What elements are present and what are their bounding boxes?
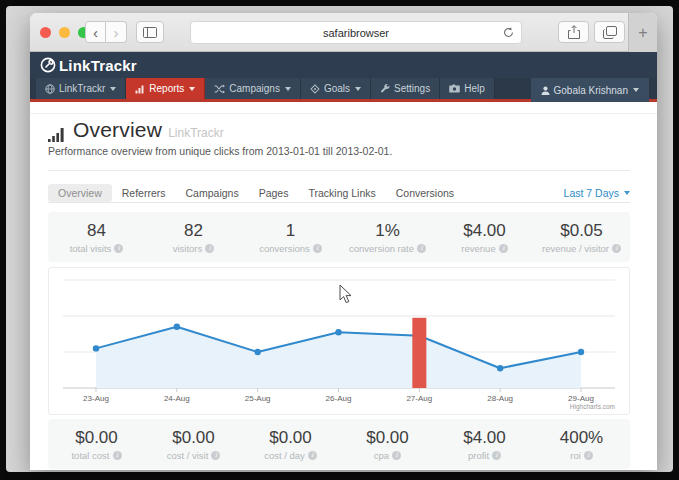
stat-label: profit [468, 450, 489, 461]
nav-item-help[interactable]: Help [440, 78, 495, 99]
close-button[interactable] [40, 27, 51, 38]
svg-text:29-Aug: 29-Aug [568, 394, 594, 403]
stat-value: 400% [560, 428, 603, 448]
nav-item-settings[interactable]: Settings [371, 78, 440, 99]
user-icon [541, 86, 550, 95]
page-subtitle: Performance overview from unique clicks … [48, 145, 392, 157]
stat-value: $0.05 [560, 221, 603, 241]
stat-label: total visits [70, 243, 112, 254]
stat-label: cpa [374, 450, 389, 461]
info-icon[interactable]: i [584, 451, 593, 460]
back-button[interactable]: ‹ [85, 21, 106, 43]
svg-text:26-Aug: 26-Aug [326, 394, 352, 403]
shuffle-icon [214, 84, 225, 94]
reload-icon[interactable] [502, 26, 515, 39]
report-tabs: Overview Referrers Campaigns Pages Track… [48, 183, 630, 203]
stat-revenue-per-visitor: $0.05 revenue / visitori [533, 212, 630, 262]
stat-value: 1 [286, 221, 295, 241]
new-tab-button[interactable]: + [628, 13, 657, 52]
stat-label: conversions [259, 243, 310, 254]
info-icon[interactable]: i [492, 451, 501, 460]
stat-label: cost / visit [167, 450, 209, 461]
tab-overview[interactable]: Overview [48, 184, 112, 202]
svg-text:27-Aug: 27-Aug [406, 394, 432, 403]
app-logo[interactable]: LinkTrackr [40, 57, 137, 74]
info-icon[interactable]: i [211, 451, 220, 460]
stat-value: 84 [87, 221, 106, 241]
stat-value: $0.00 [366, 428, 409, 448]
help-icon [449, 84, 460, 93]
stat-conversions: 1 conversionsi [242, 212, 339, 262]
sidebar-button[interactable] [136, 21, 164, 43]
tab-tracking-links[interactable]: Tracking Links [298, 184, 385, 202]
user-menu[interactable]: Gobala Krishnan [531, 78, 650, 102]
nav-item-linktrackr[interactable]: LinkTrackr [36, 78, 126, 99]
tab-referrers[interactable]: Referrers [112, 184, 176, 202]
url-text: safaribrowser [191, 27, 521, 39]
svg-text:25-Aug: 25-Aug [245, 394, 271, 403]
window-controls [40, 27, 89, 38]
back-icon: ‹ [93, 24, 98, 41]
stat-value: 82 [184, 221, 203, 241]
mouse-cursor [339, 284, 353, 304]
share-button[interactable] [558, 21, 589, 43]
tab-campaigns[interactable]: Campaigns [176, 184, 249, 202]
stat-total-visits: 84 total visitsi [48, 212, 145, 262]
nav-label: Settings [394, 83, 430, 94]
stat-cpa: $0.00 cpai [339, 419, 436, 469]
stat-label: visitors [173, 243, 203, 254]
nav-item-campaigns[interactable]: Campaigns [205, 78, 301, 99]
info-icon[interactable]: i [114, 244, 123, 253]
clicks-chart-card: 23-Aug24-Aug25-Aug26-Aug27-Aug28-Aug29-A… [48, 267, 630, 415]
stat-label: roi [570, 450, 581, 461]
info-icon[interactable]: i [417, 244, 426, 253]
nav-label: Reports [149, 83, 184, 94]
user-name: Gobala Krishnan [554, 85, 629, 96]
chevron-down-icon [624, 191, 630, 195]
screenshot-frame: ‹ › safaribrowser [0, 0, 679, 480]
info-icon[interactable]: i [392, 451, 401, 460]
main-nav: LinkTrackr Reports Campaigns [30, 78, 657, 102]
stat-value: 1% [375, 221, 400, 241]
stat-total-cost: $0.00 total costi [48, 419, 145, 469]
stat-label: revenue [461, 243, 495, 254]
chevron-down-icon [633, 88, 639, 92]
desktop-background: ‹ › safaribrowser [6, 6, 673, 472]
page-title-suffix: LinkTrackr [168, 126, 224, 140]
stat-value: $0.00 [269, 428, 312, 448]
bar-chart-icon [135, 84, 145, 94]
nav-label: LinkTrackr [59, 83, 105, 94]
goal-icon [310, 84, 320, 94]
tab-conversions[interactable]: Conversions [386, 184, 464, 202]
address-bar[interactable]: safaribrowser [190, 21, 522, 44]
nav-label: Help [464, 83, 485, 94]
stat-visitors: 82 visitorsi [145, 212, 242, 262]
tab-pages[interactable]: Pages [249, 184, 299, 202]
stat-value: $4.00 [463, 428, 506, 448]
forward-button[interactable]: › [106, 21, 127, 43]
tab-overview-button[interactable] [594, 21, 625, 43]
stat-label: revenue / visitor [542, 243, 609, 254]
minimize-button[interactable] [59, 27, 70, 38]
info-icon[interactable]: i [113, 451, 122, 460]
stat-profit: $4.00 profiti [436, 419, 533, 469]
highcharts-credit: Highcharts.com [570, 403, 615, 411]
stat-value: $0.00 [172, 428, 215, 448]
info-icon[interactable]: i [308, 451, 317, 460]
globe-icon [45, 84, 55, 94]
info-icon[interactable]: i [313, 244, 322, 253]
nav-item-reports[interactable]: Reports [126, 78, 205, 99]
linktrackr-logo-icon [40, 57, 56, 73]
stat-label: total cost [71, 450, 109, 461]
date-range-dropdown[interactable]: Last 7 Days [564, 187, 630, 199]
info-icon[interactable]: i [205, 244, 214, 253]
info-icon[interactable]: i [499, 244, 508, 253]
content-divider [30, 113, 657, 114]
nav-item-goals[interactable]: Goals [301, 78, 371, 99]
info-icon[interactable]: i [612, 244, 621, 253]
chevron-down-icon [355, 87, 361, 91]
svg-text:23-Aug: 23-Aug [83, 394, 109, 403]
safari-window: ‹ › safaribrowser [30, 13, 657, 470]
stats-row-top: 84 total visitsi 82 visitorsi 1 conversi… [48, 212, 630, 262]
share-icon [568, 25, 580, 39]
